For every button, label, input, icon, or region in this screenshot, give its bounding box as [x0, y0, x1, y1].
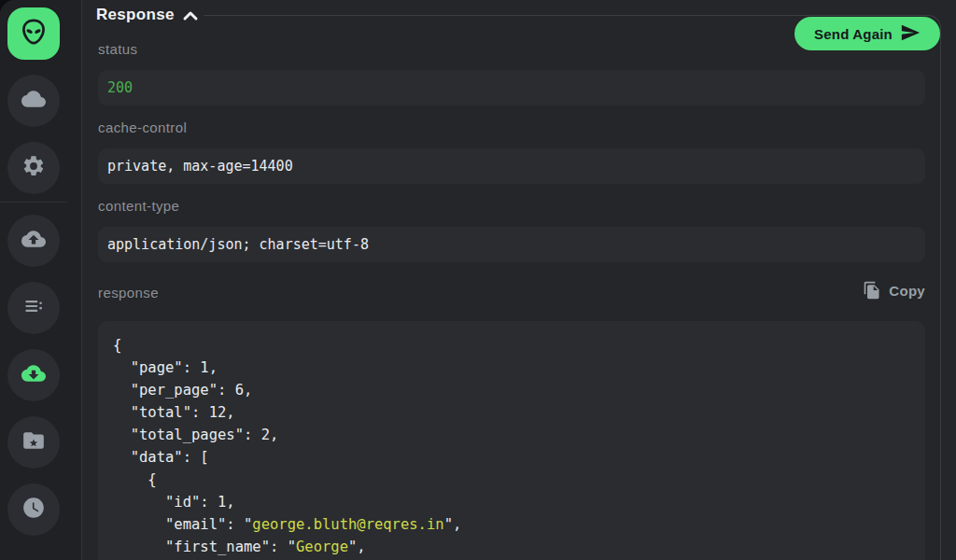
cloud-icon	[21, 87, 46, 115]
send-again-label: Send Again	[814, 26, 893, 42]
code-line: "per_page": 6,	[113, 379, 910, 401]
copy-response-button[interactable]: Copy	[863, 281, 925, 300]
content-type-value-field[interactable]: application/json; charset=utf-8	[98, 227, 925, 262]
send-icon	[900, 22, 921, 46]
response-body[interactable]: { "page": 1, "per_page": 6, "total": 12,…	[98, 321, 925, 560]
code-line: "email": "george.bluth@reqres.in",	[113, 513, 910, 536]
history-clock-icon	[21, 496, 46, 524]
sidebar-item-settings[interactable]	[7, 142, 60, 194]
sidebar-item-collections[interactable]	[7, 416, 60, 469]
code-line: "first_name": "George",	[113, 536, 910, 558]
status-label: status	[98, 41, 137, 57]
cloud-download-icon	[21, 361, 46, 389]
send-again-button[interactable]: Send Again	[794, 17, 940, 50]
alien-logo-icon	[18, 16, 49, 51]
sidebar-item-upload[interactable]	[7, 215, 60, 267]
folder-star-icon	[21, 428, 46, 456]
code-line: "id": 1,	[113, 491, 910, 513]
response-label: response	[98, 285, 159, 301]
response-panel: Response Send Again status 200	[83, 0, 956, 560]
cache-control-label: cache-control	[98, 119, 187, 135]
cache-control-value-field[interactable]: private, max-age=14400	[98, 148, 925, 184]
sidebar-divider	[0, 202, 67, 203]
app-surface: Response Send Again status 200	[0, 0, 956, 560]
sidebar	[0, 0, 82, 560]
copy-icon	[863, 281, 881, 300]
collapse-section-button[interactable]	[182, 8, 199, 21]
cloud-upload-icon	[21, 227, 46, 255]
content-type-label: content-type	[98, 198, 179, 214]
code-line: "page": 1,	[113, 357, 910, 379]
cache-control-value: private, max-age=14400	[107, 158, 293, 175]
code-line: {	[113, 334, 910, 357]
section-title: Response	[96, 6, 175, 24]
copy-label: Copy	[889, 283, 925, 299]
app-window: Response Send Again status 200	[0, 0, 956, 560]
sidebar-item-home[interactable]	[7, 7, 60, 60]
code-line: "data": [	[113, 446, 910, 469]
sidebar-item-download[interactable]	[7, 349, 60, 401]
content-type-value: application/json; charset=utf-8	[107, 236, 369, 253]
code-line: "total_pages": 2,	[113, 424, 910, 446]
status-value-field[interactable]: 200	[98, 70, 925, 105]
sidebar-item-history[interactable]	[7, 483, 60, 536]
code-line: {	[113, 469, 910, 491]
request-list-icon	[21, 294, 46, 322]
sidebar-item-cloud[interactable]	[7, 75, 60, 127]
settings-gear-icon	[21, 154, 46, 182]
status-value: 200	[107, 79, 133, 96]
sidebar-item-request-list[interactable]	[7, 282, 60, 334]
code-line: "total": 12,	[113, 401, 910, 424]
